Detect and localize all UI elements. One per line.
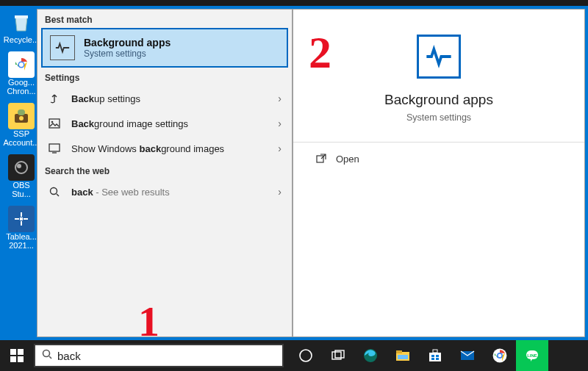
search-icon [48,185,61,198]
desktop-icon-google-chrome[interactable]: Goog... Chron... [3,51,40,96]
task-view-icon[interactable] [322,340,354,371]
svg-rect-36 [436,358,439,360]
image-icon [48,117,61,130]
best-match-title: Background apps [84,37,171,48]
web-result-back[interactable]: back - See web results › [37,179,292,204]
svg-point-15 [51,121,54,123]
search-web-header: Search the web [37,161,292,179]
search-icon [41,348,53,363]
svg-rect-14 [49,119,60,128]
svg-rect-12 [24,218,28,220]
svg-rect-10 [21,221,22,226]
svg-rect-21 [10,356,16,362]
open-icon [315,153,327,165]
svg-text:LINE: LINE [527,353,537,358]
desktop-icon-label: Recycle... [4,35,39,44]
open-action[interactable]: Open [293,143,381,175]
settings-item-background-image[interactable]: Background image settings › [37,111,292,136]
annotation-2: 2 [309,29,331,75]
search-detail-pane: Background apps System settings Open [293,9,585,337]
svg-point-23 [43,350,50,357]
recycle-bin-icon [8,9,35,35]
obs-icon [8,154,35,181]
svg-rect-11 [15,218,19,220]
chevron-right-icon: › [278,186,282,198]
start-search-panel: Best match Background apps System settin… [37,9,293,337]
svg-rect-30 [398,355,408,359]
desktop-icon-obs-studio[interactable]: OBS Stu... [3,154,40,198]
desktop-icon [48,142,61,155]
desktop-icon-label: SSP Account... [4,129,40,147]
svg-rect-18 [317,156,323,162]
taskbar: LINE [0,340,588,371]
settings-item-label: Backup settings [71,93,268,104]
svg-rect-34 [436,355,439,357]
svg-rect-29 [396,350,402,353]
chevron-right-icon: › [278,143,282,154]
desktop-icon-recycle-bin[interactable]: Recycle... [3,9,40,44]
edge-icon[interactable] [354,340,387,371]
mail-icon[interactable] [451,340,484,371]
cortana-icon[interactable] [290,340,322,371]
desktop-icon-label: OBS Stu... [3,181,40,198]
open-label: Open [336,154,359,165]
detail-title: Background apps [384,92,493,108]
chevron-right-icon: › [278,118,282,129]
tableau-icon [8,206,35,232]
svg-rect-31 [429,353,441,361]
svg-rect-13 [20,217,23,220]
taskbar-search-input[interactable] [57,350,276,362]
svg-rect-16 [49,144,60,151]
best-match-header: Best match [37,10,292,28]
window-titlebar [0,0,588,6]
svg-point-4 [19,116,24,120]
detail-subtitle: System settings [406,112,471,123]
svg-rect-22 [18,356,24,362]
settings-header: Settings [37,68,292,86]
svg-rect-9 [21,212,22,217]
svg-point-24 [300,350,312,361]
settings-item-label: Background image settings [71,118,268,129]
desktop-icon-label: Tablea... 2021... [6,232,37,250]
best-match-result[interactable]: Background apps System settings [41,28,288,68]
chevron-right-icon: › [278,93,282,104]
best-match-subtitle: System settings [84,48,171,59]
svg-rect-20 [18,349,24,355]
background-apps-icon [50,35,75,60]
svg-rect-5 [18,109,25,115]
svg-point-17 [51,188,57,195]
annotation-1: 1 [138,300,159,343]
settings-item-show-background-images[interactable]: Show Windows background images › [37,136,292,161]
chrome-icon [8,51,35,78]
svg-point-2 [19,62,24,67]
desktop-icons: Recycle... Goog... Chron... SSP Account.… [3,9,40,250]
taskbar-icons: LINE [290,340,548,371]
svg-point-40 [498,354,502,358]
svg-point-8 [17,164,21,168]
chrome-taskbar-icon[interactable] [484,340,516,371]
desktop-icon-ssp-account[interactable]: SSP Account... [3,103,40,147]
file-explorer-icon[interactable] [387,340,419,371]
background-apps-large-icon [417,35,461,79]
desktop-icon-tableau[interactable]: Tablea... 2021... [3,206,40,250]
ssp-icon [8,103,35,129]
desktop-icon-label: Goog... Chron... [7,78,35,96]
svg-rect-19 [10,349,16,355]
web-result-label: back - See web results [71,187,268,198]
arrow-up-sync-icon [48,92,61,105]
taskbar-search-box[interactable] [34,344,284,367]
microsoft-store-icon[interactable] [419,340,451,371]
svg-rect-35 [431,358,434,360]
settings-item-backup[interactable]: Backup settings › [37,86,292,111]
svg-rect-33 [431,355,434,357]
start-button[interactable] [0,340,34,371]
settings-item-label: Show Windows background images [71,143,268,154]
line-app-icon[interactable]: LINE [516,340,548,371]
svg-rect-32 [433,350,437,353]
